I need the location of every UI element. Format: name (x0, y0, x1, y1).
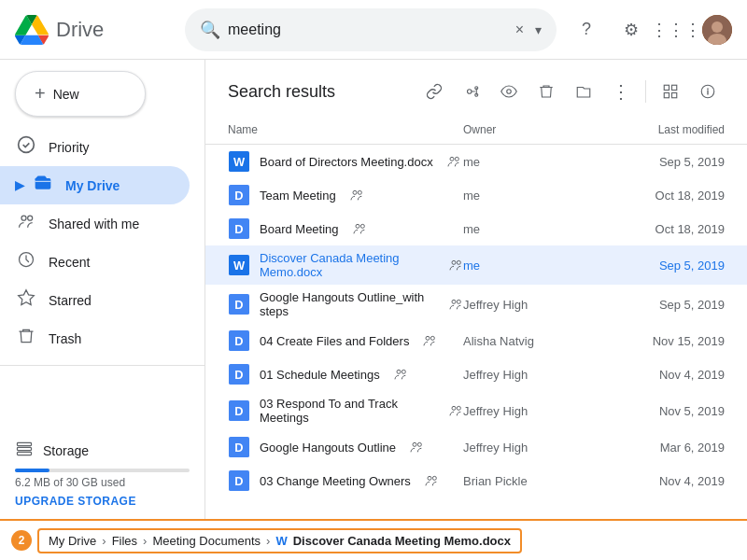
svg-point-11 (468, 90, 472, 94)
breadcrumb-current-file: Discover Canada Meeting Memo.docx (293, 534, 511, 548)
file-owner: Jeffrey High (463, 441, 575, 455)
sidebar-item-label-trash: Trash (49, 331, 81, 346)
file-name-text: 01 Schedule Meetings (260, 368, 380, 382)
table-row[interactable]: W Discover Canada Meeting Memo.docx me S… (205, 245, 747, 285)
table-row[interactable]: W Board of Directors Meeting.docx me Sep… (205, 145, 747, 178)
svg-rect-15 (664, 85, 669, 90)
file-type-icon: D (228, 293, 250, 315)
table-row[interactable]: D 03 Change Meeting Owners Brian Pickle … (205, 464, 747, 497)
file-name-cell: D 04 Create Files and Folders (228, 329, 463, 352)
file-owner: me (463, 189, 575, 203)
file-type-icon: D (228, 184, 250, 206)
top-icons: ? ⚙ ⋮⋮⋮ (568, 11, 732, 49)
sidebar-item-label-starred: Starred (49, 293, 92, 308)
table-row[interactable]: D Google Hangouts Outline_with steps Jef… (205, 285, 747, 324)
apps-button[interactable]: ⋮⋮⋮ (657, 11, 695, 49)
upgrade-storage-link[interactable]: UPGRADE STORAGE (15, 495, 190, 508)
file-date: Nov 4, 2019 (575, 474, 725, 488)
my-drive-icon (32, 174, 54, 197)
breadcrumb-my-drive[interactable]: My Drive (49, 534, 96, 548)
svg-point-30 (356, 224, 359, 228)
sidebar-divider (0, 365, 204, 366)
search-icon: 🔍 (200, 20, 220, 40)
settings-button[interactable]: ⚙ (613, 11, 650, 49)
breadcrumb-files[interactable]: Files (112, 534, 137, 548)
sidebar-item-shared[interactable]: Shared with me (0, 204, 190, 243)
file-owner: Brian Pickle (463, 474, 575, 488)
svg-text:D: D (234, 222, 243, 236)
sidebar-item-priority[interactable]: Priority (0, 128, 190, 166)
logo-area: Drive (15, 13, 174, 47)
svg-point-42 (426, 336, 430, 340)
breadcrumb-sep-3: › (266, 534, 270, 548)
table-row[interactable]: D 01 Schedule Meetings Jeffrey High Nov … (205, 357, 747, 391)
file-name-text: Board of Directors Meeting.docx (260, 155, 433, 169)
app-name: Drive (56, 18, 104, 42)
shared-users-icon (448, 403, 463, 418)
svg-point-38 (452, 300, 456, 303)
table-row[interactable]: D Google Hangouts Outline Jeffrey High M… (205, 430, 747, 464)
table-row[interactable]: D Team Meeting me Oct 18, 2019 (205, 178, 747, 212)
shared-users-icon (352, 221, 367, 236)
toolbar-share-button[interactable] (455, 75, 488, 108)
sidebar-item-trash[interactable]: Trash (0, 319, 190, 357)
user-avatar[interactable] (702, 15, 732, 45)
toolbar-more-button[interactable]: ⋮ (604, 75, 638, 108)
svg-point-1 (712, 21, 723, 33)
file-name-cell: W Board of Directors Meeting.docx (228, 150, 463, 173)
shared-users-icon (409, 440, 424, 455)
table-row[interactable]: D Board Meeting me Oct 18, 2019 (205, 212, 747, 245)
svg-point-27 (358, 190, 361, 194)
file-name-cell: D Google Hangouts Outline_with steps (228, 290, 463, 318)
main-area: + New Priority ▶ (0, 60, 747, 519)
sidebar-item-recent[interactable]: Recent (0, 243, 190, 281)
file-owner: me (463, 259, 575, 273)
breadcrumb-file-icon: W (275, 534, 287, 548)
svg-text:W: W (233, 155, 246, 169)
sidebar-item-starred[interactable]: Starred (0, 281, 190, 319)
svg-point-35 (457, 260, 460, 264)
shared-users-icon (393, 367, 408, 382)
new-button[interactable]: + New (15, 71, 146, 117)
search-dropdown-button[interactable]: ▾ (535, 22, 542, 37)
help-button[interactable]: ? (568, 11, 605, 49)
svg-text:D: D (234, 298, 243, 312)
shared-users-icon (422, 333, 437, 348)
toolbar-link-button[interactable] (417, 75, 451, 108)
file-owner: Jeffrey High (463, 298, 575, 312)
svg-text:D: D (234, 404, 243, 418)
file-name-text: 03 Respond To and Track Meetings (260, 397, 435, 425)
file-date: Sep 5, 2019 (575, 155, 725, 169)
svg-rect-17 (664, 93, 669, 98)
breadcrumb-meeting-docs[interactable]: Meeting Documents (152, 534, 261, 548)
toolbar-delete-button[interactable] (529, 75, 563, 108)
storage-icon (15, 440, 34, 461)
sidebar-item-label-priority: Priority (49, 140, 90, 155)
svg-rect-8 (18, 442, 32, 445)
search-clear-button[interactable]: × (515, 21, 524, 38)
priority-icon (15, 135, 37, 159)
toolbar-folder-button[interactable] (567, 75, 600, 108)
toolbar-info-button[interactable] (691, 75, 725, 108)
table-row[interactable]: D 04 Create Files and Folders Alisha Nat… (205, 324, 747, 357)
shared-users-icon (448, 258, 463, 273)
my-drive-expand-icon: ▶ (15, 178, 24, 192)
trash-icon (15, 327, 37, 350)
file-name-cell: D Google Hangouts Outline (228, 436, 463, 458)
svg-text:D: D (234, 441, 243, 455)
file-owner: Jeffrey High (463, 368, 575, 382)
svg-rect-18 (672, 93, 677, 98)
file-table: W Board of Directors Meeting.docx me Sep… (205, 145, 747, 519)
table-row[interactable]: D 03 Respond To and Track Meetings Jeffr… (205, 391, 747, 430)
svg-point-31 (360, 224, 364, 228)
storage-bar-fill (15, 469, 49, 472)
toolbar-preview-button[interactable] (492, 75, 526, 108)
file-type-icon: D (228, 217, 250, 240)
toolbar-grid-button[interactable] (654, 75, 687, 108)
search-input[interactable] (228, 21, 508, 38)
file-name-cell: D 01 Schedule Meetings (228, 363, 463, 385)
file-type-icon: D (228, 399, 250, 422)
file-name-text: Team Meeting (260, 189, 336, 203)
file-type-icon: W (228, 254, 250, 276)
sidebar-item-my-drive[interactable]: ▶ My Drive (0, 166, 190, 204)
